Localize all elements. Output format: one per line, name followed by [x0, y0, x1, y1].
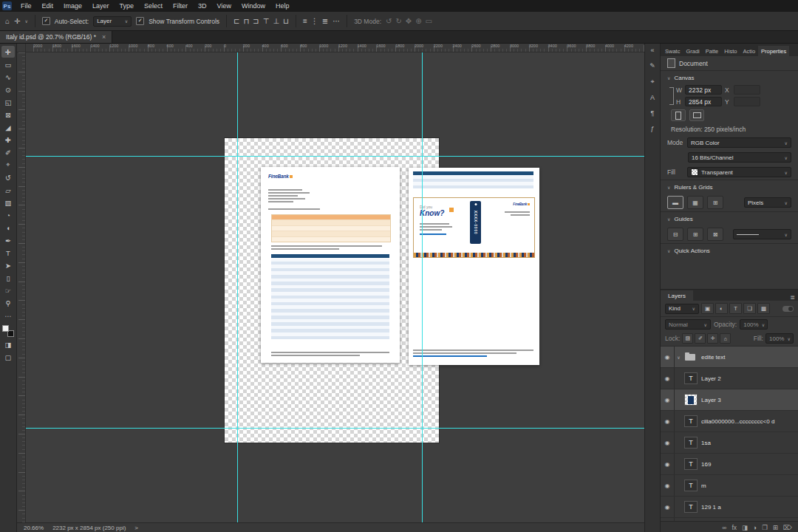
blend-mode-select[interactable]: Normal ∨: [665, 319, 711, 330]
lock-transparency-icon[interactable]: ▨: [682, 333, 693, 344]
filter-shape-layers-icon[interactable]: ❏: [743, 303, 756, 314]
3d-pan-icon[interactable]: ✥: [406, 17, 412, 25]
lock-pixels-icon[interactable]: ✐: [695, 333, 706, 344]
ruler-corner[interactable]: [17, 44, 26, 52]
align-right-edges-icon[interactable]: ⊐: [253, 17, 259, 25]
bit-depth-select[interactable]: 16 Bits/Channel ∨: [688, 152, 791, 163]
current-tool-icon[interactable]: ✛: [14, 17, 20, 25]
new-layer-icon[interactable]: ⊞: [773, 524, 778, 531]
layer-row[interactable]: ◉Tm: [661, 475, 798, 497]
lock-position-icon[interactable]: ✛: [707, 333, 718, 344]
menu-image[interactable]: Image: [58, 0, 87, 12]
distribute-horizontal-icon[interactable]: ≡: [303, 17, 307, 25]
edit-toolbar-icon[interactable]: ⋯: [1, 310, 15, 321]
document-tab[interactable]: Italy id.psd @ 20.7% (RGB/16) * ×: [0, 31, 112, 43]
pen-tool[interactable]: ✒: [1, 234, 15, 246]
layer-filter-toggle[interactable]: [782, 306, 794, 312]
close-tab-icon[interactable]: ×: [102, 33, 106, 41]
landscape-orientation-button[interactable]: [689, 109, 704, 121]
foreground-color-swatch[interactable]: [2, 325, 9, 332]
horizontal-ruler[interactable]: 2000180016001400120010008006004002000200…: [26, 44, 644, 52]
dodge-tool[interactable]: ◖: [1, 222, 15, 233]
lock-all-icon[interactable]: ⌂: [720, 333, 731, 344]
filter-type-layers-icon[interactable]: T: [729, 303, 742, 314]
menu-window[interactable]: Window: [236, 0, 270, 12]
tab-properties[interactable]: Properties: [758, 46, 789, 56]
brush-settings-icon[interactable]: ✎: [649, 62, 655, 69]
layer-effects-icon[interactable]: fx: [732, 524, 737, 531]
clear-guides-icon[interactable]: ⊠: [707, 228, 723, 241]
menu-file[interactable]: File: [16, 0, 37, 12]
blur-tool[interactable]: ◔: [1, 209, 15, 221]
distribute-vertical-icon[interactable]: ⋮: [311, 17, 318, 25]
canvas-viewport[interactable]: FineBank: [26, 52, 644, 522]
auto-select-target-select[interactable]: Layer ∨: [93, 16, 132, 27]
grid-toggle-icon[interactable]: ▦: [687, 196, 703, 209]
horizontal-guide[interactable]: [26, 428, 644, 429]
layer-visibility-icon[interactable]: ◉: [661, 454, 675, 474]
menu-view[interactable]: View: [212, 0, 236, 12]
filter-smart-objects-icon[interactable]: ▩: [757, 303, 770, 314]
snap-toggle-icon[interactable]: ⊞: [707, 196, 723, 209]
portrait-orientation-button[interactable]: [671, 109, 686, 121]
horizontal-guide[interactable]: [26, 156, 644, 157]
canvas-fill-select[interactable]: Transparent ∨: [687, 167, 791, 177]
filter-pixel-layers-icon[interactable]: ▣: [701, 303, 714, 314]
show-transform-checkbox[interactable]: ✓: [136, 17, 144, 25]
x-field[interactable]: [734, 85, 760, 95]
layer-row[interactable]: ◉Tcilla0000000...cccccccc<0 d: [661, 411, 798, 432]
crop-tool[interactable]: ◱: [1, 96, 15, 108]
menu-layer[interactable]: Layer: [87, 0, 115, 12]
eraser-tool[interactable]: ▱: [1, 184, 15, 196]
menu-select[interactable]: Select: [139, 0, 168, 12]
layer-row[interactable]: ◉T129 1 a: [661, 497, 798, 518]
vertical-ruler[interactable]: [17, 52, 26, 522]
units-select[interactable]: Pixels ∨: [744, 197, 791, 208]
width-field[interactable]: 2232 px: [685, 85, 722, 95]
layer-row[interactable]: ◉Layer 3: [661, 389, 798, 411]
new-group-icon[interactable]: ❐: [762, 524, 768, 531]
quick-actions-section-header[interactable]: ∨ Quick Actions: [661, 243, 798, 257]
layer-visibility-icon[interactable]: ◉: [661, 347, 675, 367]
tab-histo[interactable]: Histo: [721, 46, 740, 56]
auto-select-checkbox[interactable]: ✓: [42, 17, 50, 25]
tab-actio[interactable]: Actio: [740, 46, 758, 56]
3d-slide-icon[interactable]: ⊕: [415, 17, 421, 25]
character-panel-icon[interactable]: A: [650, 94, 655, 101]
photoshop-logo[interactable]: Ps: [2, 1, 12, 10]
align-vertical-centers-icon[interactable]: ⊥: [273, 17, 279, 25]
layer-row[interactable]: ◉T1sa: [661, 432, 798, 454]
zoom-tool[interactable]: ⚲: [1, 297, 15, 309]
menu-edit[interactable]: Edit: [37, 0, 59, 12]
3d-roll-icon[interactable]: ↻: [395, 17, 401, 25]
screen-mode-icon[interactable]: ▢: [1, 351, 15, 363]
chevron-down-icon[interactable]: ∨: [24, 18, 27, 24]
history-brush-tool[interactable]: ↺: [1, 171, 15, 183]
hand-tool[interactable]: ☞: [1, 284, 15, 296]
collapse-panels-icon[interactable]: «: [650, 47, 654, 54]
vertical-guide[interactable]: [237, 52, 238, 522]
guide-style-select[interactable]: ∨: [733, 229, 791, 239]
lasso-tool[interactable]: ∿: [1, 71, 15, 83]
glyphs-panel-icon[interactable]: ƒ: [650, 125, 654, 132]
group-expand-icon[interactable]: ∨: [675, 355, 683, 360]
link-dimensions-icon[interactable]: [669, 87, 674, 105]
guides-toggle-icon[interactable]: ⊟: [667, 228, 683, 241]
quick-selection-tool[interactable]: ⊙: [1, 83, 15, 95]
align-bottom-edges-icon[interactable]: ⊔: [283, 17, 289, 25]
layer-row[interactable]: ◉TLayer 2: [661, 368, 798, 389]
layer-visibility-icon[interactable]: ◉: [661, 411, 675, 432]
link-layers-icon[interactable]: ∞: [722, 524, 726, 531]
tab-gradi[interactable]: Gradi: [683, 46, 702, 56]
clone-source-icon[interactable]: ⌖: [650, 78, 654, 86]
move-tool[interactable]: ✛: [1, 46, 15, 58]
menu-type[interactable]: Type: [115, 0, 140, 12]
menu-filter[interactable]: Filter: [168, 0, 193, 12]
status-caret-icon[interactable]: >: [134, 525, 138, 531]
canvas-section-header[interactable]: ∨ Canvas: [661, 70, 798, 84]
rulers-toggle-icon[interactable]: ▬: [667, 196, 683, 209]
eyedropper-tool[interactable]: ◢: [1, 121, 15, 133]
menu-3d[interactable]: 3D: [193, 0, 212, 12]
3d-zoom-icon[interactable]: ▭: [426, 17, 432, 25]
3d-orbit-icon[interactable]: ↺: [386, 17, 392, 25]
